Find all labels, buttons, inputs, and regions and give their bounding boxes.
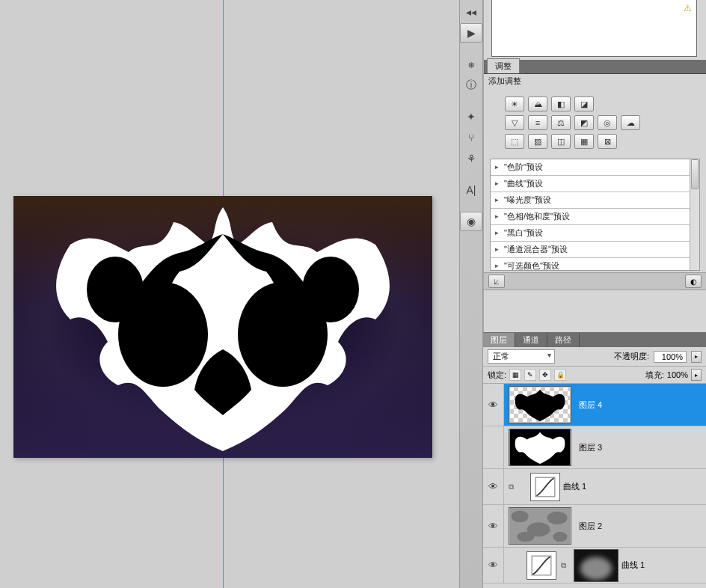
layer-list[interactable]: 👁图层 4图层 3👁⧉曲线 1👁图层 2👁⧉曲线 1	[483, 384, 706, 584]
adjustment-icon-grid: ☀⛰◧◪ ▽≡⚖◩◎☁ ⬚▨◫▦⊠	[484, 88, 706, 157]
adjustment-icon[interactable]: ▽	[505, 115, 524, 130]
link-indicator: ⧉	[561, 561, 566, 570]
preset-item[interactable]: "黑白"预设	[491, 225, 699, 242]
layers-panel: 图层通道路径 正常 不透明度: 100% ▸ 锁定: ▦ ✎ ✥ 🔒 填充: 1…	[483, 332, 706, 588]
preset-item[interactable]: "可选颜色"预设	[491, 258, 699, 271]
lock-position-icon[interactable]: ✥	[539, 369, 551, 381]
adjustment-icon[interactable]: ⚖	[551, 115, 571, 130]
layer-row[interactable]: 图层 3	[483, 426, 706, 469]
fill-label: 填充:	[645, 370, 664, 381]
navigator-icon[interactable]: ⎈	[460, 55, 482, 74]
layer-name[interactable]: 图层 4	[576, 399, 706, 411]
svg-point-14	[580, 557, 613, 580]
opacity-input[interactable]: 100%	[654, 351, 687, 363]
clip-icon[interactable]: ◐	[685, 275, 702, 288]
fill-flyout[interactable]: ▸	[691, 369, 702, 381]
visibility-toggle[interactable]: 👁	[483, 384, 504, 426]
expand-icon[interactable]: ⟀	[488, 275, 505, 288]
histogram-preview[interactable]: ⚠	[491, 0, 697, 57]
adjustment-icon[interactable]: ⬚	[505, 134, 524, 149]
adjust-panel-tabbar: 调整	[484, 60, 706, 74]
layers-tab[interactable]: 路径	[547, 333, 580, 347]
mask-thumb[interactable]	[574, 549, 618, 582]
svg-point-10	[517, 532, 534, 542]
layer-row[interactable]: 👁图层 4	[483, 384, 706, 426]
visibility-toggle[interactable]: 👁	[483, 469, 504, 504]
opacity-label: 不透明度:	[614, 351, 649, 362]
dock-handle[interactable]: ◂◂	[460, 2, 482, 22]
puppet-icon[interactable]: ⚘	[460, 149, 482, 168]
preset-item[interactable]: "色相/饱和度"预设	[491, 209, 699, 225]
preset-item[interactable]: "通道混合器"预设	[491, 242, 699, 258]
adjustment-icon[interactable]: ◩	[574, 115, 594, 130]
lock-label: 锁定:	[488, 370, 506, 381]
layers-lock-row: 锁定: ▦ ✎ ✥ 🔒 填充: 100% ▸	[483, 367, 706, 384]
adjustment-icon[interactable]: ◧	[551, 97, 571, 111]
layers-options-row: 正常 不透明度: 100% ▸	[483, 347, 706, 367]
layers-tabbar: 图层通道路径	[483, 332, 706, 347]
layer-name[interactable]: 图层 2	[576, 521, 706, 532]
layers-tab[interactable]: 通道	[515, 333, 547, 347]
lock-pixels-icon[interactable]: ✎	[524, 369, 536, 381]
canvas-workspace[interactable]	[0, 0, 459, 588]
layer-name[interactable]: 曲线 1	[560, 481, 706, 492]
preset-scroll-thumb[interactable]	[691, 159, 699, 189]
adjustment-icon[interactable]: ◫	[551, 134, 571, 149]
svg-point-3	[302, 257, 359, 322]
visibility-toggle[interactable]: 👁	[483, 548, 504, 583]
character-icon[interactable]: A|	[460, 180, 482, 200]
blend-mode-select[interactable]: 正常	[488, 349, 555, 364]
layer-thumbnail[interactable]	[509, 429, 571, 466]
layers-tab[interactable]: 图层	[483, 333, 515, 347]
svg-point-9	[547, 512, 568, 524]
visibility-toggle[interactable]	[483, 426, 504, 468]
adjustment-icon[interactable]: ≡	[528, 115, 547, 130]
adjustment-icon[interactable]: ⛰	[528, 97, 547, 111]
adjustment-icon[interactable]: ▨	[528, 134, 547, 149]
link-indicator: ⧉	[509, 483, 514, 491]
canvas-image[interactable]	[13, 196, 432, 458]
adjustment-icon[interactable]: ☀	[505, 97, 524, 111]
adjustment-icon[interactable]: ▦	[574, 134, 594, 149]
svg-point-2	[87, 257, 144, 322]
layer-thumbnail[interactable]	[509, 507, 571, 545]
panel-dock-strip: ◂◂ ▶ ⎈ ⓘ ✦ ⑂ ⚘ A| ◉	[459, 0, 483, 588]
warning-icon[interactable]: ⚠	[684, 3, 692, 13]
artwork-blot	[25, 200, 420, 454]
adjust-panel-title: 添加调整	[484, 74, 706, 88]
opacity-flyout[interactable]: ▸	[691, 351, 702, 363]
play-icon[interactable]: ▶	[460, 23, 482, 43]
adjustment-icon[interactable]: ⊠	[598, 134, 617, 149]
layer-row[interactable]: 👁⧉曲线 1	[483, 548, 706, 584]
visibility-toggle[interactable]: 👁	[483, 505, 504, 547]
preset-scrollbar[interactable]	[690, 159, 699, 270]
adjustment-thumb[interactable]	[527, 551, 556, 580]
layer-row[interactable]: 👁⧉曲线 1	[483, 469, 706, 505]
preset-item[interactable]: "色阶"预设	[491, 159, 699, 176]
adjustment-thumb[interactable]	[530, 473, 560, 501]
fill-input[interactable]: 100%	[667, 370, 688, 379]
svg-point-7	[512, 511, 529, 522]
layer-name[interactable]: 图层 3	[576, 442, 706, 453]
camera-icon[interactable]: ◉	[460, 212, 482, 231]
svg-point-11	[553, 532, 567, 542]
adjust-panel-footer: ⟀ ◐	[484, 272, 706, 290]
preset-item[interactable]: "曲线"预设	[491, 176, 699, 192]
lock-all-icon[interactable]: 🔒	[554, 369, 566, 381]
adjust-preset-list[interactable]: "色阶"预设"曲线"预设"曝光度"预设"色相/饱和度"预设"黑白"预设"通道混合…	[490, 159, 700, 271]
adjustment-icon[interactable]: ◪	[574, 97, 594, 111]
usb-icon[interactable]: ⑂	[460, 128, 482, 147]
preset-item[interactable]: "曝光度"预设	[491, 192, 699, 209]
tab-adjustments[interactable]: 调整	[487, 58, 520, 73]
layer-name[interactable]: 曲线 1	[618, 560, 706, 571]
layer-row[interactable]: 👁图层 2	[483, 505, 706, 548]
spot-icon[interactable]: ✦	[460, 107, 482, 126]
adjustment-icon[interactable]: ☁	[621, 115, 640, 130]
lock-transparent-icon[interactable]: ▦	[509, 369, 521, 381]
layer-thumbnail[interactable]	[509, 386, 571, 423]
info-icon[interactable]: ⓘ	[460, 76, 482, 95]
adjustment-icon[interactable]: ◎	[598, 115, 617, 130]
